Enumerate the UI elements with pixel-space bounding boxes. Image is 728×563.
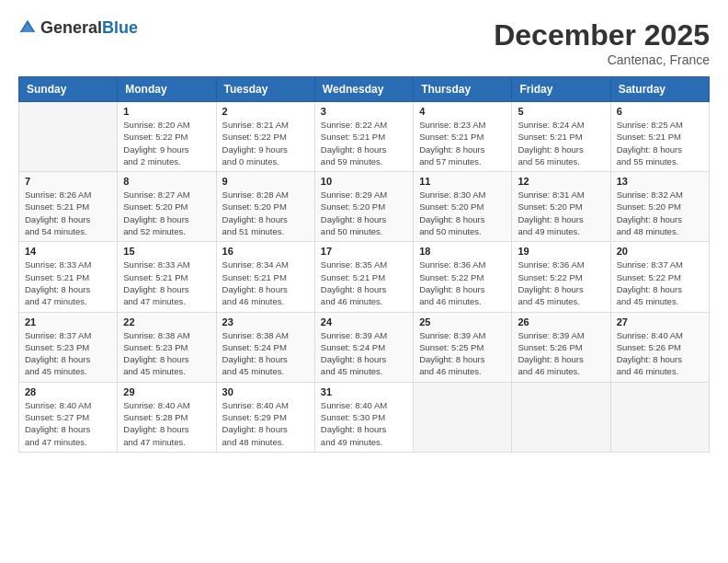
cell-content: Sunrise: 8:33 AMSunset: 5:21 PMDaylight:… <box>25 259 111 307</box>
cell-content: Sunrise: 8:37 AMSunset: 5:22 PMDaylight:… <box>617 259 703 307</box>
cell-content: Sunrise: 8:20 AMSunset: 5:22 PMDaylight:… <box>123 119 210 167</box>
calendar-cell: 30Sunrise: 8:40 AMSunset: 5:29 PMDayligh… <box>216 382 314 452</box>
calendar-cell: 14Sunrise: 8:33 AMSunset: 5:21 PMDayligh… <box>19 242 118 312</box>
calendar-cell: 1Sunrise: 8:20 AMSunset: 5:22 PMDaylight… <box>118 102 216 172</box>
day-number: 7 <box>25 176 111 187</box>
cell-content: Sunrise: 8:38 AMSunset: 5:23 PMDaylight:… <box>123 329 210 378</box>
day-number: 18 <box>419 246 506 257</box>
location: Cantenac, France <box>494 52 710 67</box>
cell-content: Sunrise: 8:40 AMSunset: 5:26 PMDaylight:… <box>617 329 703 378</box>
calendar-day-header: Saturday <box>610 77 709 102</box>
calendar-cell: 6Sunrise: 8:25 AMSunset: 5:21 PMDaylight… <box>610 102 709 172</box>
calendar-cell: 23Sunrise: 8:38 AMSunset: 5:24 PMDayligh… <box>216 312 314 382</box>
calendar-week-row: 7Sunrise: 8:26 AMSunset: 5:21 PMDaylight… <box>19 172 710 242</box>
calendar-table: SundayMondayTuesdayWednesdayThursdayFrid… <box>18 76 710 453</box>
day-number: 8 <box>123 176 210 187</box>
cell-content: Sunrise: 8:36 AMSunset: 5:22 PMDaylight:… <box>518 259 604 307</box>
day-number: 21 <box>25 316 111 327</box>
cell-content: Sunrise: 8:27 AMSunset: 5:20 PMDaylight:… <box>123 189 210 237</box>
cell-content: Sunrise: 8:32 AMSunset: 5:20 PMDaylight:… <box>617 189 703 237</box>
calendar-cell: 16Sunrise: 8:34 AMSunset: 5:21 PMDayligh… <box>216 242 314 312</box>
cell-content: Sunrise: 8:38 AMSunset: 5:24 PMDaylight:… <box>222 329 309 378</box>
cell-content: Sunrise: 8:29 AMSunset: 5:20 PMDaylight:… <box>321 189 407 237</box>
day-number: 3 <box>321 106 407 117</box>
calendar-day-header: Friday <box>512 77 610 102</box>
day-number: 23 <box>222 316 309 327</box>
month-title: December 2025 <box>494 18 710 52</box>
calendar-cell: 13Sunrise: 8:32 AMSunset: 5:20 PMDayligh… <box>610 172 709 242</box>
cell-content: Sunrise: 8:40 AMSunset: 5:27 PMDaylight:… <box>25 399 111 448</box>
day-number: 16 <box>222 246 309 257</box>
cell-content: Sunrise: 8:40 AMSunset: 5:28 PMDaylight:… <box>123 399 210 448</box>
cell-content: Sunrise: 8:25 AMSunset: 5:21 PMDaylight:… <box>617 119 703 167</box>
calendar-cell <box>19 102 118 172</box>
cell-content: Sunrise: 8:37 AMSunset: 5:23 PMDaylight:… <box>25 329 111 378</box>
calendar-cell: 12Sunrise: 8:31 AMSunset: 5:20 PMDayligh… <box>512 172 610 242</box>
day-number: 17 <box>321 246 407 257</box>
calendar-cell <box>414 382 512 452</box>
cell-content: Sunrise: 8:39 AMSunset: 5:26 PMDaylight:… <box>518 329 604 378</box>
calendar-cell: 17Sunrise: 8:35 AMSunset: 5:21 PMDayligh… <box>314 242 413 312</box>
day-number: 15 <box>123 246 210 257</box>
calendar-cell: 20Sunrise: 8:37 AMSunset: 5:22 PMDayligh… <box>610 242 709 312</box>
calendar-cell: 4Sunrise: 8:23 AMSunset: 5:21 PMDaylight… <box>414 102 512 172</box>
logo: General Blue <box>18 18 138 37</box>
day-number: 4 <box>419 106 506 117</box>
cell-content: Sunrise: 8:36 AMSunset: 5:22 PMDaylight:… <box>419 259 506 307</box>
title-block: December 2025 Cantenac, France <box>494 18 710 67</box>
cell-content: Sunrise: 8:40 AMSunset: 5:30 PMDaylight:… <box>321 399 407 448</box>
calendar-day-header: Thursday <box>414 77 512 102</box>
day-number: 5 <box>518 106 604 117</box>
cell-content: Sunrise: 8:24 AMSunset: 5:21 PMDaylight:… <box>518 119 604 167</box>
cell-content: Sunrise: 8:26 AMSunset: 5:21 PMDaylight:… <box>25 189 111 237</box>
calendar-cell: 21Sunrise: 8:37 AMSunset: 5:23 PMDayligh… <box>19 312 118 382</box>
calendar-header-row: SundayMondayTuesdayWednesdayThursdayFrid… <box>19 77 710 102</box>
day-number: 6 <box>617 106 703 117</box>
calendar-cell: 22Sunrise: 8:38 AMSunset: 5:23 PMDayligh… <box>118 312 216 382</box>
day-number: 12 <box>518 176 604 187</box>
day-number: 28 <box>25 386 111 397</box>
cell-content: Sunrise: 8:30 AMSunset: 5:20 PMDaylight:… <box>419 189 506 237</box>
cell-content: Sunrise: 8:21 AMSunset: 5:22 PMDaylight:… <box>222 119 309 167</box>
cell-content: Sunrise: 8:31 AMSunset: 5:20 PMDaylight:… <box>518 189 604 237</box>
cell-content: Sunrise: 8:35 AMSunset: 5:21 PMDaylight:… <box>321 259 407 307</box>
cell-content: Sunrise: 8:40 AMSunset: 5:29 PMDaylight:… <box>222 399 309 448</box>
day-number: 22 <box>123 316 210 327</box>
calendar-day-header: Sunday <box>19 77 118 102</box>
day-number: 25 <box>419 316 506 327</box>
cell-content: Sunrise: 8:23 AMSunset: 5:21 PMDaylight:… <box>419 119 506 167</box>
cell-content: Sunrise: 8:28 AMSunset: 5:20 PMDaylight:… <box>222 189 309 237</box>
calendar-cell: 28Sunrise: 8:40 AMSunset: 5:27 PMDayligh… <box>19 382 118 452</box>
logo-text-general: General <box>40 19 102 36</box>
cell-content: Sunrise: 8:34 AMSunset: 5:21 PMDaylight:… <box>222 259 309 307</box>
day-number: 31 <box>321 386 407 397</box>
day-number: 24 <box>321 316 407 327</box>
day-number: 11 <box>419 176 506 187</box>
calendar-cell: 2Sunrise: 8:21 AMSunset: 5:22 PMDaylight… <box>216 102 314 172</box>
calendar-cell: 15Sunrise: 8:33 AMSunset: 5:21 PMDayligh… <box>118 242 216 312</box>
cell-content: Sunrise: 8:39 AMSunset: 5:25 PMDaylight:… <box>419 329 506 378</box>
logo-icon <box>18 18 37 37</box>
day-number: 20 <box>617 246 703 257</box>
calendar-cell: 26Sunrise: 8:39 AMSunset: 5:26 PMDayligh… <box>512 312 610 382</box>
day-number: 30 <box>222 386 309 397</box>
calendar-cell: 25Sunrise: 8:39 AMSunset: 5:25 PMDayligh… <box>414 312 512 382</box>
calendar-cell: 7Sunrise: 8:26 AMSunset: 5:21 PMDaylight… <box>19 172 118 242</box>
day-number: 2 <box>222 106 309 117</box>
calendar-week-row: 28Sunrise: 8:40 AMSunset: 5:27 PMDayligh… <box>19 382 710 452</box>
logo-text-blue: Blue <box>102 19 138 36</box>
calendar-week-row: 21Sunrise: 8:37 AMSunset: 5:23 PMDayligh… <box>19 312 710 382</box>
day-number: 19 <box>518 246 604 257</box>
cell-content: Sunrise: 8:33 AMSunset: 5:21 PMDaylight:… <box>123 259 210 307</box>
calendar-cell: 31Sunrise: 8:40 AMSunset: 5:30 PMDayligh… <box>314 382 413 452</box>
calendar-cell: 3Sunrise: 8:22 AMSunset: 5:21 PMDaylight… <box>314 102 413 172</box>
day-number: 26 <box>518 316 604 327</box>
calendar-cell: 9Sunrise: 8:28 AMSunset: 5:20 PMDaylight… <box>216 172 314 242</box>
day-number: 27 <box>617 316 703 327</box>
calendar-day-header: Wednesday <box>314 77 413 102</box>
calendar-cell: 5Sunrise: 8:24 AMSunset: 5:21 PMDaylight… <box>512 102 610 172</box>
day-number: 29 <box>123 386 210 397</box>
calendar-cell: 11Sunrise: 8:30 AMSunset: 5:20 PMDayligh… <box>414 172 512 242</box>
calendar-cell: 24Sunrise: 8:39 AMSunset: 5:24 PMDayligh… <box>314 312 413 382</box>
calendar-cell: 29Sunrise: 8:40 AMSunset: 5:28 PMDayligh… <box>118 382 216 452</box>
